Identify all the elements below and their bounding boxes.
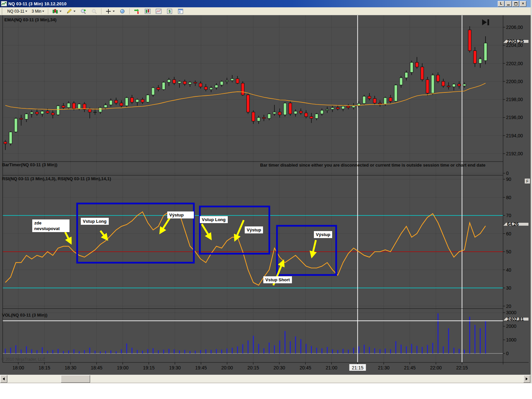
svg-text:19:30: 19:30 [169, 365, 181, 370]
chevron-down-icon [25, 11, 27, 12]
line-chart-icon [155, 8, 162, 15]
instrument-selector[interactable]: NQ 03-11 [6, 8, 29, 15]
toolbar-grip[interactable] [2, 8, 4, 14]
svg-text:20:15: 20:15 [247, 365, 259, 370]
interval-selector[interactable]: 3 Min [30, 8, 46, 15]
zoom-out-icon [91, 8, 97, 15]
market-analyzer-button[interactable] [143, 8, 153, 15]
toolbar: NQ 03-11 3 Min [0, 7, 531, 15]
svg-text:80: 80 [506, 195, 511, 200]
interval-label: 3 Min [32, 9, 41, 14]
window-title: NQ 03-11 (3 Min) 10.12.2010 [8, 1, 66, 6]
title-bar[interactable]: NQ 03-11 (3 Min) 10.12.2010 L × [0, 0, 531, 7]
chevron-down-icon [42, 11, 44, 12]
ninjatrader-chart-window: NQ 03-11 (3 Min) 10.12.2010 L × NQ 03-11… [0, 0, 532, 383]
candlestick-style-icon [52, 8, 59, 15]
svg-text:2198,00: 2198,00 [506, 97, 523, 102]
svg-text:21:30: 21:30 [378, 365, 389, 370]
drawing-tools-button[interactable] [64, 8, 77, 15]
svg-text:18:15: 18:15 [39, 365, 50, 370]
close-button[interactable]: × [520, 1, 526, 7]
svg-text:2196,00: 2196,00 [506, 115, 523, 120]
svg-text:20: 20 [506, 304, 511, 309]
chart-trader-button[interactable] [132, 8, 142, 15]
instrument-label: NQ 03-11 [7, 9, 24, 14]
horizontal-scrollbar[interactable] [0, 375, 531, 382]
minimize-icon [507, 5, 510, 5]
svg-text:21:15: 21:15 [352, 365, 363, 370]
zoom-out-button[interactable] [89, 8, 99, 15]
bar-style-button[interactable] [50, 8, 63, 15]
svg-text:18:30: 18:30 [65, 365, 76, 370]
svg-text:64,26: 64,26 [507, 221, 519, 227]
chart-canvas[interactable]: 18:0018:1518:3018:4519:0019:1519:3019:45… [0, 15, 531, 375]
svg-text:70: 70 [506, 213, 511, 218]
minimize-button[interactable] [505, 1, 512, 7]
svg-text:19:15: 19:15 [143, 365, 155, 370]
chevron-down-icon [113, 11, 115, 12]
cursor-mode-button[interactable] [103, 8, 116, 15]
scroll-right-button[interactable] [523, 375, 530, 383]
svg-text:19:00: 19:00 [117, 365, 128, 370]
zoom-in-icon [80, 8, 86, 15]
link-window-button[interactable]: L [498, 1, 504, 7]
scrollbar-thumb[interactable] [61, 375, 90, 383]
pencil-icon [66, 8, 72, 15]
toolbar-separator [101, 8, 101, 14]
svg-text:2194,00: 2194,00 [506, 133, 523, 138]
svg-text:2000: 2000 [506, 324, 516, 329]
svg-text:18:00: 18:00 [12, 365, 24, 370]
svg-text:0: 0 [506, 351, 509, 356]
svg-text:19:45: 19:45 [195, 365, 207, 370]
svg-text:40: 40 [506, 267, 511, 273]
svg-text:30: 30 [506, 285, 511, 291]
svg-text:2192,00: 2192,00 [506, 151, 523, 156]
zoom-in-button[interactable] [78, 8, 88, 15]
report-icon [177, 8, 184, 15]
svg-text:20:45: 20:45 [300, 365, 311, 370]
toolbar-separator [48, 8, 48, 14]
crosshair-icon [105, 8, 112, 15]
chevron-down-icon [60, 11, 62, 12]
svg-text:2206,00: 2206,00 [506, 25, 523, 30]
svg-text:2402,81: 2402,81 [507, 317, 524, 322]
svg-text:22:15: 22:15 [456, 365, 468, 370]
rsi-panel-f-button[interactable]: F [524, 178, 530, 184]
account-button[interactable]: $ [165, 8, 175, 15]
svg-text:21:00: 21:00 [326, 365, 337, 370]
scroll-left-button[interactable] [0, 375, 7, 383]
data-box-button[interactable] [117, 8, 127, 15]
svg-text:1000: 1000 [506, 337, 516, 342]
chart-trader-icon [133, 8, 140, 15]
chart-region: 18:0018:1518:3018:4519:0019:1519:3019:45… [0, 15, 531, 375]
chevron-down-icon [73, 11, 75, 12]
svg-text:0: 0 [506, 171, 509, 176]
data-box-icon [119, 8, 126, 15]
svg-text:2204,25: 2204,25 [507, 39, 524, 44]
chart-window-icon [1, 1, 7, 6]
svg-text:22:00: 22:00 [430, 365, 442, 370]
screen: NQ 03-11 (3 Min) 10.12.2010 L × NQ 03-11… [0, 0, 532, 399]
svg-text:2200,00: 2200,00 [506, 79, 523, 84]
svg-text:$: $ [169, 9, 171, 13]
svg-text:3000: 3000 [506, 310, 516, 315]
market-analyzer-icon [144, 8, 151, 15]
svg-text:18:45: 18:45 [91, 365, 102, 370]
toolbar-separator [129, 8, 130, 14]
restore-icon [514, 2, 517, 5]
restore-button[interactable] [512, 1, 519, 7]
report-button[interactable] [176, 8, 186, 15]
svg-text:2202,00: 2202,00 [506, 61, 523, 66]
svg-text:20:30: 20:30 [273, 365, 285, 370]
svg-text:90: 90 [506, 177, 511, 182]
svg-text:50: 50 [506, 249, 511, 254]
chart-properties-button[interactable] [154, 8, 164, 15]
dollar-icon: $ [166, 8, 173, 15]
svg-text:20:00: 20:00 [221, 365, 233, 370]
svg-text:21:45: 21:45 [404, 365, 416, 370]
svg-text:60: 60 [506, 231, 511, 236]
